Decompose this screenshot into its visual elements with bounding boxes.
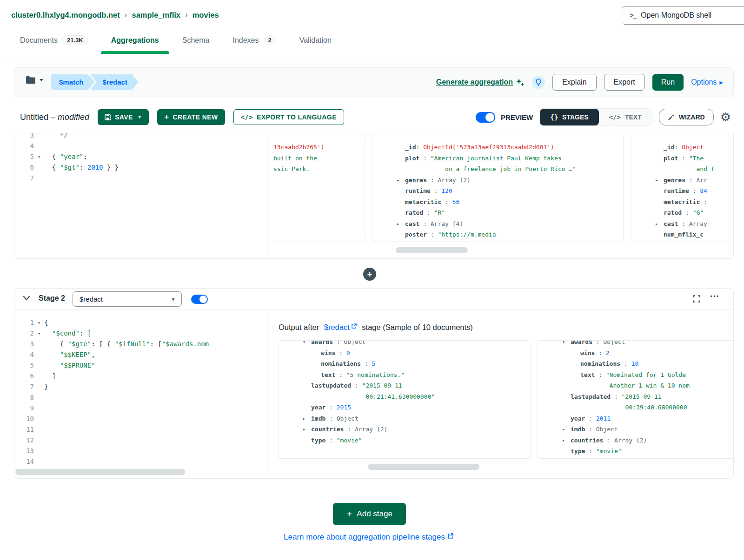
dash: – xyxy=(51,112,55,122)
field-separator: : xyxy=(682,207,692,218)
horizontal-scrollbar-thumb[interactable] xyxy=(396,247,468,253)
field-separator: : xyxy=(585,446,596,457)
breadcrumb-item[interactable]: cluster0.lhxlyg4.mongodb.net xyxy=(11,11,120,20)
expand-arrow-icon[interactable]: ▸ xyxy=(562,435,571,446)
field-name: awards xyxy=(571,340,592,348)
export-to-language-button[interactable]: </> EXPORT TO LANGUAGE xyxy=(233,109,344,125)
fold-gutter xyxy=(34,435,44,446)
preview-toggle[interactable] xyxy=(476,112,495,123)
external-link-icon xyxy=(351,323,357,329)
tab-count-badge: 2 xyxy=(264,35,276,45)
save-button[interactable]: SAVE ▼ xyxy=(98,109,149,125)
compass-aggregations-page: cluster0.lhxlyg4.mongodb.net›sample_mfli… xyxy=(0,0,744,560)
tab-bar: Documents21.3KAggregationsSchemaIndexes2… xyxy=(20,35,332,54)
arrow-gutter xyxy=(572,358,580,369)
stage-operator-select[interactable]: $redact ▼ xyxy=(73,291,182,307)
expand-arrow-icon[interactable]: ▾ xyxy=(303,340,311,348)
options-link[interactable]: Options ▶ xyxy=(691,78,723,86)
stages-mode-button[interactable]: {} STAGES xyxy=(540,109,598,125)
breadcrumb-item[interactable]: movies xyxy=(193,11,219,20)
arrow-gutter xyxy=(562,413,571,424)
field-value-line: "2015-09-11 xyxy=(362,380,435,391)
expand-arrow-icon[interactable]: ▸ xyxy=(562,424,571,435)
expand-stage-icon[interactable] xyxy=(692,295,701,303)
stage-pill[interactable]: $match xyxy=(51,74,95,90)
create-new-button[interactable]: + CREATE NEW xyxy=(157,109,225,125)
expand-arrow-icon[interactable]: ▾ xyxy=(562,340,571,348)
field-separator: : xyxy=(678,153,689,175)
document-field: nominations : 5 xyxy=(312,358,524,369)
field-name: num_mflix_c xyxy=(664,229,704,240)
document-field: year : 2015 xyxy=(303,402,524,413)
run-button[interactable]: Run xyxy=(652,74,684,91)
wizard-button[interactable]: WIZARD xyxy=(659,109,714,125)
code-text: */ xyxy=(44,133,68,141)
stage-enabled-toggle[interactable] xyxy=(191,295,208,304)
explain-button[interactable]: Explain xyxy=(552,74,596,91)
editor-horizontal-scrollbar-thumb[interactable] xyxy=(15,469,185,475)
field-name: cast xyxy=(405,218,419,230)
field-name: countries xyxy=(571,435,603,446)
learn-more-link[interactable]: Learn more about aggregation pipeline st… xyxy=(284,533,454,542)
field-value: Object xyxy=(596,424,618,435)
stage1-editor[interactable]: 3 */45▾ { "year":6 { "$gt": 2010 } }7 xyxy=(14,133,266,184)
fold-arrow-icon[interactable]: ▾ xyxy=(34,152,44,162)
editor-line: 3 */ xyxy=(14,133,266,141)
stage2-editor[interactable]: 1▾{2▾ "$cond": [3 { "$gte": [ { "$ifNull… xyxy=(14,317,266,467)
fold-arrow-icon[interactable]: ▾ xyxy=(34,317,44,328)
field-value-line: 10 xyxy=(631,358,639,369)
text-mode-button[interactable]: </> TEXT xyxy=(599,109,652,125)
lightbulb-hint-icon[interactable] xyxy=(532,76,545,89)
tab-schema[interactable]: Schema xyxy=(182,36,210,54)
document-field: _id: Object xyxy=(655,142,733,153)
field-name: cast xyxy=(664,218,678,230)
collection-tab-bar: Documents21.3KAggregationsSchemaIndexes2… xyxy=(0,30,744,57)
field-name: nominations xyxy=(321,358,361,369)
add-stage-between-button[interactable]: + xyxy=(363,268,376,281)
field-separator: : xyxy=(344,424,354,435)
chevron-down-icon xyxy=(39,79,44,82)
export-button[interactable]: Export xyxy=(604,74,645,91)
document-field: rated : "R" xyxy=(397,207,617,218)
document-line: 13caabd2b765') xyxy=(273,142,358,153)
field-separator: : xyxy=(423,207,434,218)
document-field: runtime : 84 xyxy=(655,185,733,197)
collapse-stage-chevron-icon[interactable] xyxy=(23,296,30,301)
field-value: "movie" xyxy=(337,435,362,446)
save-bar-left: Untitled – modified SAVE ▼ + CREATE NEW … xyxy=(20,106,344,128)
generate-aggregation-link[interactable]: Generate aggregation xyxy=(436,78,525,87)
fold-arrow-icon[interactable]: ▾ xyxy=(34,328,44,339)
add-stage-button[interactable]: + Add stage xyxy=(333,503,406,525)
tab-documents[interactable]: Documents21.3K xyxy=(20,35,88,54)
open-mongodb-shell-button[interactable]: >_ Open MongoDB shell xyxy=(622,6,744,25)
tab-validation[interactable]: Validation xyxy=(299,36,332,54)
expand-arrow-icon[interactable]: ▸ xyxy=(303,424,311,435)
wand-icon xyxy=(668,114,675,121)
expand-arrow-icon[interactable]: ▸ xyxy=(397,218,405,230)
output-horizontal-scrollbar-thumb[interactable] xyxy=(368,464,479,470)
field-separator: : xyxy=(603,435,614,446)
stage-pill[interactable]: $redact xyxy=(91,74,139,90)
expand-arrow-icon[interactable]: ▸ xyxy=(397,175,405,186)
settings-gear-icon[interactable]: ⚙ xyxy=(720,111,731,123)
field-separator: : xyxy=(427,229,438,240)
expand-arrow-icon[interactable]: ▸ xyxy=(655,175,664,186)
line-number: 2 xyxy=(14,328,34,339)
saved-pipelines-button[interactable] xyxy=(26,76,44,84)
field-value: 2015 xyxy=(337,402,351,413)
field-separator: : xyxy=(333,340,344,348)
stage1-preview-card-2: _id: ObjectId('573a13aef29313caabd2d001'… xyxy=(372,135,624,241)
field-value-line: 2011 xyxy=(596,413,611,424)
arrow-gutter xyxy=(397,153,405,175)
braces-icon: {} xyxy=(550,113,558,121)
field-value-line: "The xyxy=(689,153,715,164)
arrow-gutter xyxy=(655,185,664,197)
breadcrumb-item[interactable]: sample_mflix xyxy=(132,11,180,20)
redact-docs-link[interactable]: $redact xyxy=(324,323,357,332)
tab-indexes[interactable]: Indexes2 xyxy=(232,35,276,54)
stage-options-menu-icon[interactable]: ••• xyxy=(710,293,719,300)
expand-arrow-icon[interactable]: ▸ xyxy=(655,218,664,230)
field-value-line: "Nominated for 1 Golde xyxy=(606,369,690,381)
tab-aggregations[interactable]: Aggregations xyxy=(111,36,159,54)
expand-arrow-icon[interactable]: ▸ xyxy=(303,413,311,424)
